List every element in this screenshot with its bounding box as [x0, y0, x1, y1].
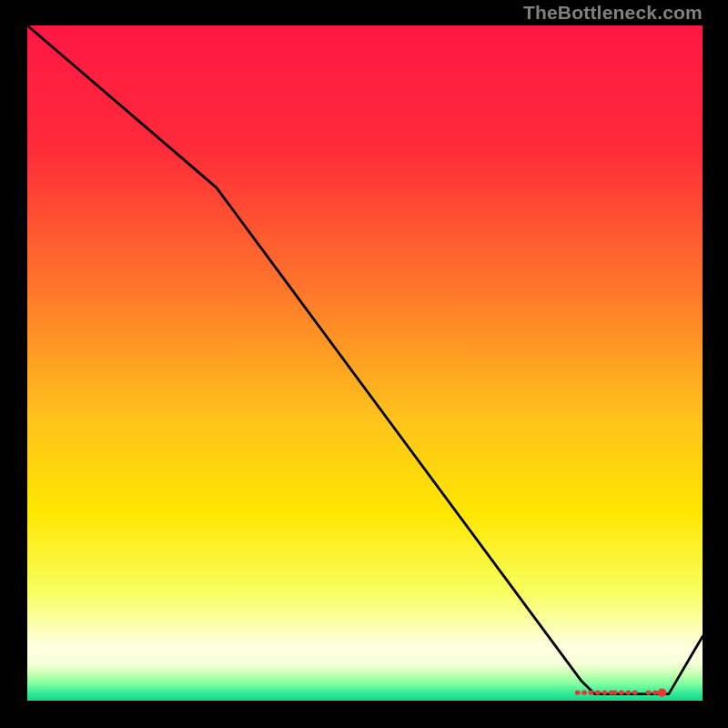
chart-container: TheBottleneck.com: [0, 0, 728, 728]
marker-dot: [625, 690, 631, 694]
marker-dot: [612, 690, 618, 694]
marker-dot: [581, 690, 587, 694]
marker-dot: [595, 690, 601, 694]
marker-dot: [657, 689, 666, 697]
marker-dot: [589, 690, 594, 694]
gradient-background: [27, 25, 703, 701]
chart-plot-area: [27, 25, 703, 701]
marker-dot: [646, 690, 652, 694]
marker-dot: [632, 690, 638, 694]
marker-dot: [602, 690, 607, 694]
marker-dot: [619, 690, 624, 694]
marker-dot: [575, 690, 581, 694]
chart-svg: [27, 25, 703, 701]
marker-dot: [652, 690, 658, 694]
watermark-label: TheBottleneck.com: [523, 2, 703, 24]
